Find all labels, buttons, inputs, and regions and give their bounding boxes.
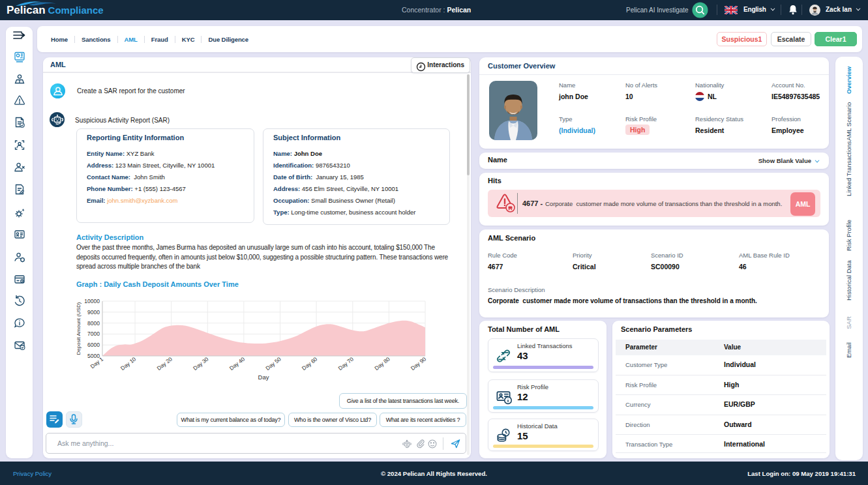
svg-text:7000: 7000 [87,331,100,337]
svg-text:Day 80: Day 80 [373,356,391,372]
svg-text:Day 10: Day 10 [119,356,138,372]
svg-text:10000: 10000 [84,298,100,304]
svg-text:8000: 8000 [87,320,100,327]
svg-text:Day 50: Day 50 [264,356,282,372]
svg-text:Day 20: Day 20 [156,356,174,372]
svg-text:Deposit Amount (USD): Deposit Amount (USD) [76,302,82,355]
svg-text:Day 90: Day 90 [410,356,428,372]
svg-text:9000: 9000 [87,309,100,316]
svg-text:Day 60: Day 60 [301,356,319,372]
svg-text:Day 70: Day 70 [337,356,355,372]
svg-text:Day: Day [258,374,269,381]
svg-text:Day 40: Day 40 [228,356,247,372]
svg-text:6000: 6000 [87,342,100,348]
svg-text:Day 30: Day 30 [192,356,210,372]
